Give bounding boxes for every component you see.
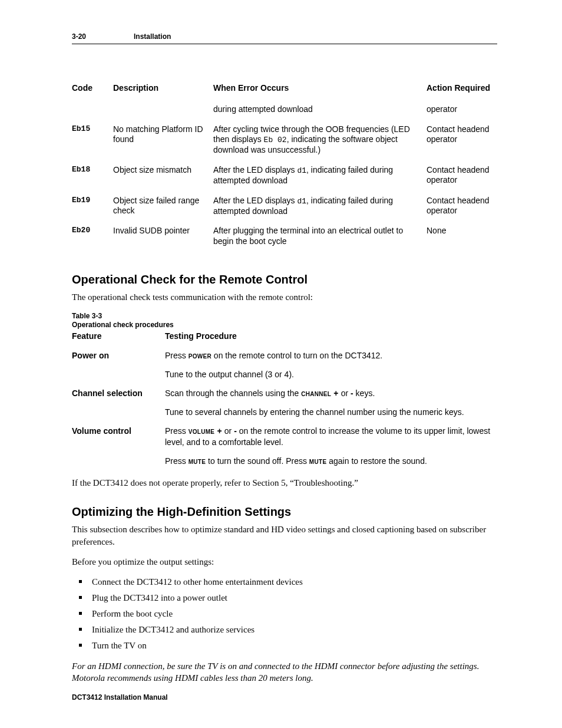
section-heading-hd-settings: Optimizing the High-Definition Settings <box>72 505 497 519</box>
cell-action: operator <box>427 101 497 121</box>
bullet-list: Connect the DCT3412 to other home entert… <box>72 576 497 652</box>
cell-code: Eb18 <box>72 162 113 192</box>
table-caption: Table 3-3 Operational check procedures <box>72 312 497 330</box>
paragraph: Before you optimize the output settings: <box>72 556 497 568</box>
table-row: Power on Press power on the remote contr… <box>72 347 497 365</box>
col-header-procedure: Testing Procedure <box>165 330 497 347</box>
list-item: Connect the DCT3412 to other home entert… <box>72 576 497 588</box>
section-heading-remote-check: Operational Check for the Remote Control <box>72 273 497 286</box>
list-item: Initialize the DCT3412 and authorize ser… <box>72 624 497 636</box>
paragraph: If the DCT3412 does not operate properly… <box>72 477 497 489</box>
col-header-when: When Error Occurs <box>213 80 427 101</box>
cell-procedure: Press power on the remote control to tur… <box>165 347 497 365</box>
text: After the LED displays <box>213 165 297 174</box>
caption-number: Table 3-3 <box>72 312 102 320</box>
table-row: Eb20 Invalid SUDB pointer After plugging… <box>72 222 497 252</box>
list-item: Turn the TV on <box>72 640 497 652</box>
cell-procedure: Tune to the output channel (3 or 4). <box>165 365 497 384</box>
text: again to restore the sound. <box>326 456 427 466</box>
table-header-row: Feature Testing Procedure <box>72 330 497 347</box>
page-footer: DCT3412 Installation Manual <box>72 693 168 701</box>
paragraph: The operational check tests communicatio… <box>72 291 497 303</box>
text: or <box>339 388 351 398</box>
paragraph: This subsection describes how to optimiz… <box>72 523 497 548</box>
cell-feature: Channel selection <box>72 384 165 403</box>
keycap: mute <box>189 456 206 466</box>
code-text: Eb 02 <box>264 136 287 144</box>
table-row: Tune to several channels by entering the… <box>72 403 497 422</box>
text: or <box>222 426 234 436</box>
keycap: volume + <box>189 426 222 436</box>
cell-feature: Volume control <box>72 422 165 452</box>
table-row: Eb19 Object size failed range check Afte… <box>72 192 497 223</box>
page-number: 3-20 <box>72 32 134 41</box>
cell-when: After cycling twice through the OOB freq… <box>213 121 427 162</box>
text: Scan through the channels using the <box>165 388 301 398</box>
cell-code: Eb19 <box>72 192 113 223</box>
col-header-action: Action Required <box>427 80 497 101</box>
note-italic: For an HDMI connection, be sure the TV i… <box>72 660 497 684</box>
text: Press <box>165 426 189 436</box>
col-header-feature: Feature <box>72 330 165 347</box>
cell-when: After the LED displays d1, indicating fa… <box>213 162 427 192</box>
text: Press <box>165 456 189 466</box>
cell-action: Contact headend operator <box>427 121 497 162</box>
cell-when: during attempted download <box>213 101 427 121</box>
procedure-table: Feature Testing Procedure Power on Press… <box>72 330 497 471</box>
list-item: Perform the boot cycle <box>72 608 497 620</box>
cell-when: After plugging the terminal into an elec… <box>213 222 427 252</box>
code-text: d1 <box>297 197 306 206</box>
cell-procedure: Tune to several channels by entering the… <box>165 403 497 422</box>
cell-procedure: Press volume + or - on the remote contro… <box>165 422 497 452</box>
keycap: mute <box>309 456 327 466</box>
text: on the remote control to turn on the DCT… <box>211 351 382 360</box>
cell-action: None <box>427 222 497 252</box>
table-row: Volume control Press volume + or - on th… <box>72 422 497 452</box>
table-row: Press mute to turn the sound off. Press … <box>72 452 497 471</box>
cell-when: After the LED displays d1, indicating fa… <box>213 192 427 223</box>
table-row: Tune to the output channel (3 or 4). <box>72 365 497 384</box>
table-row: during attempted download operator <box>72 101 497 121</box>
col-header-code: Code <box>72 80 113 101</box>
cell-procedure: Scan through the channels using the chan… <box>165 384 497 403</box>
keycap: power <box>189 351 211 360</box>
cell-action: Contact headend operator <box>427 192 497 223</box>
cell-desc: Invalid SUDB pointer <box>113 222 213 252</box>
error-codes-table: Code Description When Error Occurs Actio… <box>72 80 497 252</box>
cell-desc: Object size mismatch <box>113 162 213 192</box>
cell-feature: Power on <box>72 347 165 365</box>
code-text: d1 <box>297 166 306 175</box>
text: Press <box>165 351 189 360</box>
page-header: 3-20 Installation <box>72 32 497 44</box>
cell-desc: Object size failed range check <box>113 192 213 223</box>
cell-code: Eb15 <box>72 121 113 162</box>
caption-title: Operational check procedures <box>72 321 174 329</box>
list-item: Plug the DCT3412 into a power outlet <box>72 592 497 604</box>
document-page: 3-20 Installation Code Description When … <box>0 0 562 728</box>
table-header-row: Code Description When Error Occurs Actio… <box>72 80 497 101</box>
cell-action: Contact headend operator <box>427 162 497 192</box>
cell-desc: No matching Platform ID found <box>113 121 213 162</box>
text: After the LED displays <box>213 196 297 205</box>
cell-code: Eb20 <box>72 222 113 252</box>
col-header-description: Description <box>113 80 213 101</box>
keycap: channel + <box>301 388 339 398</box>
table-row: Channel selection Scan through the chann… <box>72 384 497 403</box>
header-section: Installation <box>134 32 171 41</box>
text: to turn the sound off. Press <box>206 456 309 466</box>
table-row: Eb15 No matching Platform ID found After… <box>72 121 497 162</box>
cell-procedure: Press mute to turn the sound off. Press … <box>165 452 497 471</box>
text: keys. <box>353 388 375 398</box>
table-row: Eb18 Object size mismatch After the LED … <box>72 162 497 192</box>
